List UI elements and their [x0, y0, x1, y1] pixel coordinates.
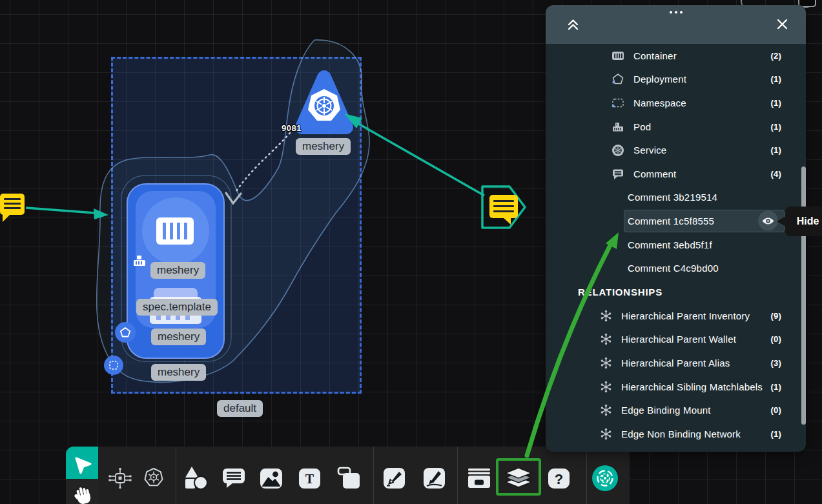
resource-count: (1)	[771, 98, 782, 108]
resource-label: Comment	[633, 168, 676, 179]
resource-count: (1)	[771, 74, 782, 84]
resource-count: (4)	[771, 169, 782, 179]
service-label: meshery	[296, 138, 351, 155]
image-tool-button[interactable]	[256, 461, 286, 496]
comment-line	[4, 203, 21, 205]
collapse-panel-button[interactable]	[568, 19, 579, 33]
resource-row-comment[interactable]: Comment (4)	[546, 162, 806, 186]
pod-label: meshery	[150, 262, 205, 279]
relationship-row[interactable]: Hierarchical Parent Inventory (9)	[546, 304, 806, 328]
resource-label: Namespace	[633, 97, 686, 108]
pen-icon	[383, 467, 406, 489]
resource-row-deployment[interactable]: Deployment (1)	[546, 68, 806, 92]
deployment-icon	[611, 73, 624, 86]
svg-text:?: ?	[554, 470, 562, 487]
relationship-icon	[599, 310, 612, 322]
resource-label: Service	[633, 145, 666, 156]
comment-item-label: Comment 3ebd5f1f	[628, 239, 712, 250]
toolbar-separator	[457, 447, 458, 504]
close-icon	[777, 19, 788, 30]
text-tool-button[interactable]: T	[294, 461, 324, 496]
resource-row-namespace[interactable]: Namespace (1)	[546, 91, 806, 115]
resource-row-container[interactable]: Container (2)	[546, 44, 806, 68]
pencil-icon	[423, 467, 446, 489]
pencil-tool-button[interactable]	[419, 461, 449, 496]
layers-tool-button[interactable]	[504, 461, 533, 496]
relationships-section-header: RELATIONSHIPS	[546, 280, 806, 304]
comment-item[interactable]: Comment C4c9bd00	[546, 256, 806, 280]
relationship-row[interactable]: Hierarchical Parent Alias (3)	[546, 351, 806, 375]
resource-label: Pod	[633, 121, 651, 132]
service-icon	[611, 144, 624, 157]
relationship-count: (1)	[771, 429, 782, 439]
cursor-icon	[71, 452, 93, 474]
svg-text:T: T	[305, 472, 314, 486]
deployment-label: meshery	[151, 328, 206, 345]
container-icon	[155, 216, 196, 247]
mesh-components-tool-button[interactable]	[105, 461, 135, 496]
meshery-logo-button[interactable]	[590, 461, 620, 496]
panel-drag-handle[interactable]	[670, 11, 683, 14]
help-button[interactable]: ?	[544, 461, 573, 496]
resource-row-service[interactable]: Service (1)	[546, 138, 806, 162]
relationship-row[interactable]: Edge Non Binding Network (1)	[546, 422, 806, 446]
relationship-label: Edge Non Binding Network	[621, 428, 741, 439]
comment-icon	[611, 168, 624, 180]
comment-tool-icon	[222, 468, 245, 489]
comment-item-label: Comment 1c5f8555	[628, 216, 714, 227]
comment-marker-left[interactable]	[0, 194, 25, 215]
comment-item[interactable]: Comment 3ebd5f1f	[546, 233, 806, 257]
drawer-icon	[467, 469, 491, 489]
pod-icon	[611, 121, 624, 132]
relationship-label: Edge Binding Mount	[621, 405, 711, 416]
close-panel-button[interactable]	[777, 19, 788, 32]
resource-label: Container	[633, 50, 677, 61]
pod-badge-icon	[132, 254, 147, 268]
select-tool-button[interactable]	[66, 447, 98, 479]
relationship-row[interactable]: Edge Binding Mount (0)	[546, 398, 806, 422]
namespace-inner-label: meshery	[151, 364, 206, 381]
text-icon: T	[298, 468, 321, 489]
relationship-label: Hierarchical Parent Wallet	[621, 334, 736, 345]
toolbar-separator	[176, 447, 176, 504]
shapes-tool-button[interactable]	[181, 461, 211, 496]
relationship-count: (1)	[771, 382, 782, 392]
comment-line	[4, 198, 21, 200]
relationship-row[interactable]: Hierarchical Parent Wallet (0)	[546, 328, 806, 352]
frame-icon	[337, 467, 362, 490]
relationship-icon	[599, 428, 612, 440]
comment-marker-selected[interactable]	[489, 195, 518, 218]
relationship-row[interactable]: Hierarchical Sibling Matchlabels (1)	[546, 375, 806, 399]
comment-line	[4, 207, 21, 209]
namespace-badge	[104, 356, 123, 375]
eye-icon	[761, 216, 775, 225]
resource-count: (1)	[771, 122, 782, 132]
namespace-name-label: default	[217, 400, 263, 417]
comment-item[interactable]: Comment 3b219514	[546, 186, 806, 210]
drawer-tool-button[interactable]	[464, 461, 494, 496]
pentagon-icon	[119, 327, 131, 338]
relationship-count: (3)	[771, 358, 782, 368]
relationship-label: Hierarchical Parent Inventory	[621, 310, 750, 321]
comment-item-highlighted[interactable]: Comment 1c5f8555	[546, 209, 806, 233]
tooltip-caret	[777, 216, 786, 227]
pan-tool-button[interactable]	[66, 479, 98, 504]
comment-marker-left-tail	[3, 214, 10, 222]
comment-tool-button[interactable]	[219, 461, 249, 496]
mesh-components-icon	[108, 468, 132, 489]
container-node[interactable]	[142, 197, 209, 265]
panel-scrollbar[interactable]	[801, 166, 806, 425]
comment-line	[493, 205, 514, 207]
relationship-label: Hierarchical Parent Alias	[621, 358, 730, 368]
frame-tool-button[interactable]	[334, 461, 364, 496]
kubernetes-tool-button[interactable]	[139, 461, 169, 496]
toggle-visibility-button[interactable]	[758, 211, 778, 231]
pen-tool-button[interactable]	[379, 461, 409, 496]
toolbar-separator	[373, 447, 374, 504]
panel-header	[546, 5, 806, 44]
dashed-square-icon	[108, 360, 119, 370]
service-node[interactable]	[292, 66, 360, 138]
relationship-count: (9)	[771, 311, 782, 321]
service-port-label: 9081	[282, 123, 302, 133]
resource-row-pod[interactable]: Pod (1)	[546, 115, 806, 139]
